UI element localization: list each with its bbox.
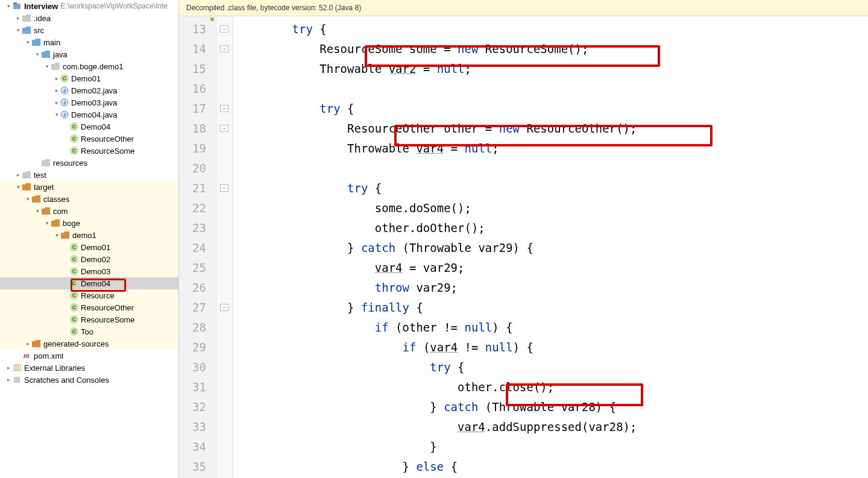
chevron-down-icon[interactable]: ▾ [24, 196, 31, 202]
code-line[interactable]: other.close(); [237, 377, 868, 397]
tree-item-demo04[interactable]: •CDemo04 [0, 121, 178, 133]
tree-item-demo03[interactable]: •CDemo03 [0, 265, 178, 277]
code-area[interactable]: 1213141516171819202122232425262728293031… [179, 16, 868, 478]
tree-item-demo04[interactable]: •CDemo04 [0, 277, 178, 289]
chevron-down-icon[interactable]: ▾ [34, 208, 41, 214]
code-line[interactable]: Throwable var4 = null; [237, 139, 868, 159]
tree-item--idea[interactable]: ▸.idea [0, 12, 178, 24]
chevron-down-icon[interactable]: ▾ [53, 112, 60, 118]
chevron-right-icon[interactable]: ▸ [14, 15, 22, 21]
code-line[interactable]: throw var29; [237, 278, 868, 298]
code-line[interactable]: } finally { [237, 298, 868, 318]
line-number[interactable]: 15 [179, 59, 210, 79]
fold-toggle-icon[interactable]: − [220, 25, 228, 33]
tree-item-demo01[interactable]: ▸CDemo01 [0, 72, 178, 84]
tree-item-external-libraries[interactable]: ▸External Libraries [0, 362, 178, 374]
tree-item-classes[interactable]: ▾classes [0, 193, 178, 205]
line-number[interactable]: 33 [179, 417, 210, 437]
code-line[interactable]: ResourceSome some = new ResourceSome(); [237, 39, 868, 59]
line-number[interactable]: 19 [179, 139, 210, 159]
line-number[interactable]: 35 [179, 457, 210, 477]
tree-item-resourcesome[interactable]: •CResourceSome [0, 313, 178, 325]
code-line[interactable]: Throwable var2 = null; [237, 59, 868, 79]
tree-item-demo01[interactable]: •CDemo01 [0, 241, 178, 253]
line-number[interactable]: 18 [179, 119, 210, 139]
line-number[interactable]: 20 [179, 159, 210, 178]
line-number[interactable]: 34 [179, 437, 210, 457]
chevron-down-icon[interactable]: ▾ [24, 39, 31, 45]
code-line[interactable]: var4.addSuppressed(var28); [237, 417, 868, 437]
code-line[interactable]: try { [237, 19, 868, 39]
tree-item-test[interactable]: ▸test [0, 169, 178, 181]
code-line[interactable] [237, 79, 868, 99]
code-line[interactable]: } [237, 437, 868, 457]
fold-column[interactable]: −−−−−− [216, 16, 233, 478]
chevron-right-icon[interactable]: ▸ [5, 377, 12, 383]
code-line[interactable] [237, 159, 868, 178]
line-number[interactable]: 14 [179, 39, 210, 59]
chevron-down-icon[interactable]: ▾ [43, 63, 51, 69]
tree-item-interview[interactable]: ▾InterviewE:\workspace\VipWorkSpace\Inte [0, 0, 178, 12]
chevron-down-icon[interactable]: ▾ [43, 220, 51, 226]
line-number[interactable]: 13 [179, 19, 210, 39]
line-number[interactable]: 24 [179, 238, 210, 258]
tree-item-resourceother[interactable]: •CResourceOther [0, 301, 178, 313]
project-tree-panel[interactable]: ▾InterviewE:\workspace\VipWorkSpace\Inte… [0, 0, 179, 478]
code-line[interactable]: try { [237, 357, 868, 377]
tree-item-too[interactable]: •CToo [0, 325, 178, 338]
tree-item-demo02-java[interactable]: ▸JDemo02.java [0, 84, 178, 96]
code-line[interactable]: try { [237, 99, 868, 119]
tree-item-src[interactable]: ▾src [0, 24, 178, 36]
code-line[interactable]: if (other != null) { [237, 318, 868, 338]
chevron-right-icon[interactable]: ▸ [5, 365, 12, 371]
chevron-down-icon[interactable]: ▾ [14, 184, 22, 190]
line-number[interactable]: 31 [179, 377, 210, 397]
fold-toggle-icon[interactable]: − [220, 105, 228, 112]
tree-item-demo02[interactable]: •CDemo02 [0, 253, 178, 265]
tree-item-resources[interactable]: •resources [0, 157, 178, 169]
tree-item-resource[interactable]: •CResource [0, 289, 178, 301]
line-number[interactable]: 29 [179, 338, 210, 357]
code-line[interactable]: } else { [237, 457, 868, 477]
line-number-gutter[interactable]: 1213141516171819202122232425262728293031… [179, 16, 216, 478]
chevron-right-icon[interactable]: ▸ [24, 341, 31, 347]
fold-toggle-icon[interactable]: − [220, 184, 228, 192]
chevron-right-icon[interactable]: ▸ [53, 87, 60, 93]
line-number[interactable]: 23 [179, 218, 210, 238]
line-number[interactable]: 27 [179, 298, 210, 318]
tree-item-resourceother[interactable]: •CResourceOther [0, 133, 178, 145]
tree-item-com[interactable]: ▾com [0, 205, 178, 217]
tree-item-java[interactable]: ▾java [0, 48, 178, 60]
line-number[interactable]: 25 [179, 258, 210, 278]
line-number[interactable]: 32 [179, 397, 210, 417]
tree-item-scratches-and-consoles[interactable]: ▸Scratches and Consoles [0, 374, 178, 386]
code-line[interactable]: var4 = var29; [237, 258, 868, 278]
line-number[interactable]: 26 [179, 278, 210, 298]
code-line[interactable]: ResourceOther other = new ResourceOther(… [237, 119, 868, 139]
chevron-right-icon[interactable]: ▸ [53, 75, 60, 81]
code-body[interactable]: public static void main(String[] args) {… [233, 16, 868, 478]
line-number[interactable]: 30 [179, 357, 210, 377]
run-gutter-icon[interactable] [210, 17, 214, 21]
fold-toggle-icon[interactable]: − [220, 125, 228, 132]
tree-item-demo04-java[interactable]: ▾JDemo04.java [0, 108, 178, 121]
tree-item-target[interactable]: ▾target [0, 181, 178, 193]
code-line[interactable]: if (var4 != null) { [237, 338, 868, 357]
tree-item-pom-xml[interactable]: •mpom.xml [0, 350, 178, 362]
code-line[interactable]: } catch (Throwable var28) { [237, 397, 868, 417]
code-line[interactable]: other.doOther(); [237, 218, 868, 238]
tree-item-resourcesome[interactable]: •CResourceSome [0, 145, 178, 157]
line-number[interactable]: 21 [179, 178, 210, 198]
line-number[interactable]: 16 [179, 79, 210, 99]
tree-item-generated-sources[interactable]: ▸generated-sources [0, 338, 178, 350]
fold-toggle-icon[interactable]: − [220, 304, 228, 311]
tree-item-demo03-java[interactable]: ▸JDemo03.java [0, 96, 178, 108]
chevron-down-icon[interactable]: ▾ [5, 3, 12, 9]
tree-item-demo1[interactable]: ▾demo1 [0, 229, 178, 241]
tree-item-boge[interactable]: ▾boge [0, 217, 178, 229]
tree-item-main[interactable]: ▾main [0, 36, 178, 48]
chevron-right-icon[interactable]: ▸ [53, 99, 60, 105]
chevron-down-icon[interactable]: ▾ [53, 232, 60, 238]
fold-toggle-icon[interactable]: − [220, 45, 228, 52]
chevron-down-icon[interactable]: ▾ [14, 27, 22, 33]
